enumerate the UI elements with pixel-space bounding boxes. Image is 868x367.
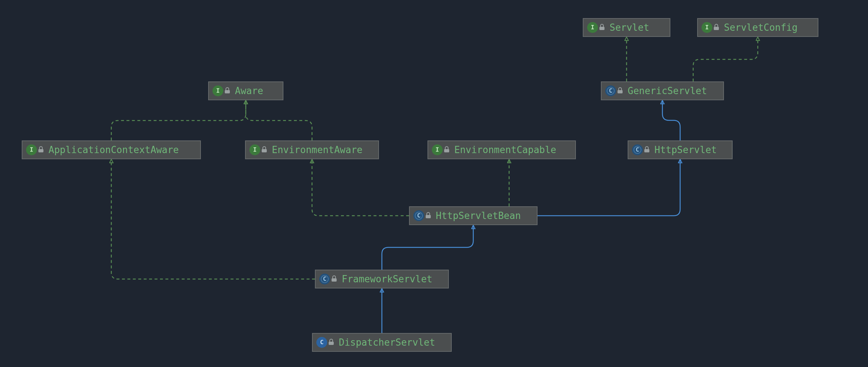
class-icon (605, 85, 616, 96)
node-http-servlet[interactable]: HttpServlet (628, 140, 733, 159)
node-label: Aware (235, 86, 263, 96)
node-label: EnvironmentCapable (454, 145, 556, 155)
lock-icon (332, 277, 337, 282)
node-label: ApplicationContextAware (49, 145, 179, 155)
node-application-context-aware[interactable]: ApplicationContextAware (22, 140, 201, 159)
lock-icon (714, 25, 719, 30)
edge-implements (111, 159, 315, 279)
edge-implements (246, 100, 312, 140)
node-framework-servlet[interactable]: FrameworkServlet (315, 270, 449, 288)
node-environment-aware[interactable]: EnvironmentAware (245, 140, 379, 159)
edge-implements (111, 100, 246, 140)
node-servlet-config[interactable]: ServletConfig (697, 18, 818, 37)
interface-icon (26, 144, 37, 155)
edge-layer (0, 0, 868, 367)
lock-icon (644, 147, 649, 152)
edge-extends (538, 159, 680, 216)
lock-icon (599, 25, 604, 30)
edge-implements (693, 37, 758, 81)
lock-icon (38, 147, 43, 152)
node-aware[interactable]: Aware (208, 81, 283, 100)
lock-icon (618, 88, 623, 93)
interface-icon (587, 22, 598, 33)
node-label: GenericServlet (628, 86, 707, 96)
node-label: FrameworkServlet (342, 274, 432, 284)
node-label: ServletConfig (724, 23, 798, 32)
edge-implements (312, 159, 409, 216)
edge-extends (662, 100, 680, 140)
node-label: HttpServlet (654, 145, 717, 155)
node-generic-servlet[interactable]: GenericServlet (601, 81, 724, 100)
node-label: Servlet (610, 23, 649, 32)
class-icon (413, 210, 424, 221)
edge-extends (382, 225, 473, 270)
node-label: HttpServletBean (436, 211, 521, 220)
uml-canvas: Aware ApplicationContextAware Environmen… (0, 0, 868, 367)
lock-icon (329, 340, 334, 345)
interface-icon (701, 22, 712, 33)
node-dispatcher-servlet[interactable]: DispatcherServlet (312, 333, 452, 352)
interface-icon (249, 144, 260, 155)
node-servlet[interactable]: Servlet (583, 18, 670, 37)
interface-icon (432, 144, 443, 155)
lock-icon (262, 147, 267, 152)
class-icon (316, 337, 327, 348)
node-label: DispatcherServlet (339, 338, 435, 347)
node-label: EnvironmentAware (272, 145, 362, 155)
node-environment-capable[interactable]: EnvironmentCapable (427, 140, 576, 159)
lock-icon (225, 88, 230, 93)
lock-icon (444, 147, 449, 152)
interface-icon (212, 85, 223, 96)
lock-icon (426, 213, 431, 218)
class-icon (632, 144, 643, 155)
node-http-servlet-bean[interactable]: HttpServletBean (409, 206, 538, 225)
class-icon (319, 274, 330, 284)
